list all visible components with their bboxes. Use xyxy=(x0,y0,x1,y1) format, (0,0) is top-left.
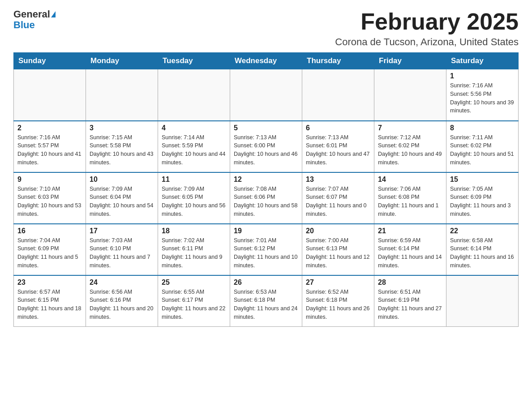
logo-general-text: General xyxy=(13,9,50,20)
day-number: 7 xyxy=(378,124,442,132)
day-info: Sunrise: 7:00 AM Sunset: 6:13 PM Dayligh… xyxy=(306,236,370,270)
day-number: 25 xyxy=(162,278,226,287)
calendar-cell: 4Sunrise: 7:14 AM Sunset: 5:59 PM Daylig… xyxy=(158,121,230,172)
day-info: Sunrise: 6:59 AM Sunset: 6:14 PM Dayligh… xyxy=(378,236,442,270)
day-number: 27 xyxy=(306,278,370,287)
day-number: 4 xyxy=(162,124,226,132)
calendar-cell: 24Sunrise: 6:56 AM Sunset: 6:16 PM Dayli… xyxy=(86,275,158,327)
calendar-cell: 13Sunrise: 7:07 AM Sunset: 6:07 PM Dayli… xyxy=(302,172,374,224)
day-info: Sunrise: 7:02 AM Sunset: 6:11 PM Dayligh… xyxy=(162,236,226,270)
calendar-cell: 23Sunrise: 6:57 AM Sunset: 6:15 PM Dayli… xyxy=(14,275,86,327)
calendar-cell xyxy=(14,69,86,121)
day-info: Sunrise: 7:13 AM Sunset: 6:00 PM Dayligh… xyxy=(234,133,298,167)
calendar-cell: 1Sunrise: 7:16 AM Sunset: 5:56 PM Daylig… xyxy=(446,69,519,121)
calendar-header-sunday: Sunday xyxy=(14,53,86,69)
calendar-week-row: 16Sunrise: 7:04 AM Sunset: 6:09 PM Dayli… xyxy=(14,224,519,275)
calendar-week-row: 2Sunrise: 7:16 AM Sunset: 5:57 PM Daylig… xyxy=(14,121,519,172)
day-info: Sunrise: 7:07 AM Sunset: 6:07 PM Dayligh… xyxy=(306,185,370,218)
day-info: Sunrise: 7:12 AM Sunset: 6:02 PM Dayligh… xyxy=(378,133,442,167)
calendar-cell: 3Sunrise: 7:15 AM Sunset: 5:58 PM Daylig… xyxy=(86,121,158,172)
page-header: General Blue February 2025 Corona de Tuc… xyxy=(13,9,519,48)
calendar-cell: 16Sunrise: 7:04 AM Sunset: 6:09 PM Dayli… xyxy=(14,224,86,275)
calendar-cell: 9Sunrise: 7:10 AM Sunset: 6:03 PM Daylig… xyxy=(14,172,86,224)
day-info: Sunrise: 7:14 AM Sunset: 5:59 PM Dayligh… xyxy=(162,133,226,167)
calendar-cell: 27Sunrise: 6:52 AM Sunset: 6:18 PM Dayli… xyxy=(302,275,374,327)
calendar-cell: 8Sunrise: 7:11 AM Sunset: 6:02 PM Daylig… xyxy=(446,121,519,172)
day-info: Sunrise: 7:09 AM Sunset: 6:05 PM Dayligh… xyxy=(162,185,226,218)
day-number: 17 xyxy=(90,227,154,235)
day-info: Sunrise: 7:15 AM Sunset: 5:58 PM Dayligh… xyxy=(90,133,154,167)
calendar-week-row: 9Sunrise: 7:10 AM Sunset: 6:03 PM Daylig… xyxy=(14,172,519,224)
day-number: 8 xyxy=(450,124,515,132)
day-info: Sunrise: 7:16 AM Sunset: 5:56 PM Dayligh… xyxy=(450,81,515,115)
calendar-table: SundayMondayTuesdayWednesdayThursdayFrid… xyxy=(13,52,519,327)
day-number: 28 xyxy=(378,278,442,287)
day-number: 26 xyxy=(234,278,298,287)
day-number: 1 xyxy=(450,72,515,80)
calendar-cell: 28Sunrise: 6:51 AM Sunset: 6:19 PM Dayli… xyxy=(374,275,446,327)
calendar-cell: 22Sunrise: 6:58 AM Sunset: 6:14 PM Dayli… xyxy=(446,224,519,275)
calendar-cell: 15Sunrise: 7:05 AM Sunset: 6:09 PM Dayli… xyxy=(446,172,519,224)
day-info: Sunrise: 7:05 AM Sunset: 6:09 PM Dayligh… xyxy=(450,185,515,218)
calendar-week-row: 23Sunrise: 6:57 AM Sunset: 6:15 PM Dayli… xyxy=(14,275,519,327)
calendar-week-row: 1Sunrise: 7:16 AM Sunset: 5:56 PM Daylig… xyxy=(14,69,519,121)
day-info: Sunrise: 7:08 AM Sunset: 6:06 PM Dayligh… xyxy=(234,185,298,218)
day-info: Sunrise: 6:51 AM Sunset: 6:19 PM Dayligh… xyxy=(378,288,442,321)
day-number: 16 xyxy=(17,227,82,235)
day-number: 15 xyxy=(450,176,515,184)
day-number: 14 xyxy=(378,176,442,184)
calendar-cell: 10Sunrise: 7:09 AM Sunset: 6:04 PM Dayli… xyxy=(86,172,158,224)
day-info: Sunrise: 7:04 AM Sunset: 6:09 PM Dayligh… xyxy=(17,236,82,270)
calendar-header-monday: Monday xyxy=(86,53,158,69)
title-section: February 2025 Corona de Tucson, Arizona,… xyxy=(335,9,519,48)
calendar-cell xyxy=(302,69,374,121)
calendar-header-thursday: Thursday xyxy=(302,53,374,69)
calendar-header-saturday: Saturday xyxy=(446,53,519,69)
day-info: Sunrise: 6:56 AM Sunset: 6:16 PM Dayligh… xyxy=(90,288,154,321)
location-text: Corona de Tucson, Arizona, United States xyxy=(335,36,519,48)
day-info: Sunrise: 6:58 AM Sunset: 6:14 PM Dayligh… xyxy=(450,236,515,270)
logo: General Blue xyxy=(13,9,56,30)
day-number: 6 xyxy=(306,124,370,132)
day-info: Sunrise: 6:52 AM Sunset: 6:18 PM Dayligh… xyxy=(306,288,370,321)
day-number: 24 xyxy=(90,278,154,287)
day-info: Sunrise: 7:16 AM Sunset: 5:57 PM Dayligh… xyxy=(17,133,82,167)
day-number: 13 xyxy=(306,176,370,184)
day-info: Sunrise: 6:55 AM Sunset: 6:17 PM Dayligh… xyxy=(162,288,226,321)
calendar-cell: 7Sunrise: 7:12 AM Sunset: 6:02 PM Daylig… xyxy=(374,121,446,172)
day-number: 10 xyxy=(90,176,154,184)
day-info: Sunrise: 6:53 AM Sunset: 6:18 PM Dayligh… xyxy=(234,288,298,321)
day-info: Sunrise: 7:03 AM Sunset: 6:10 PM Dayligh… xyxy=(90,236,154,270)
calendar-cell: 11Sunrise: 7:09 AM Sunset: 6:05 PM Dayli… xyxy=(158,172,230,224)
day-info: Sunrise: 7:10 AM Sunset: 6:03 PM Dayligh… xyxy=(17,185,82,218)
calendar-header-tuesday: Tuesday xyxy=(158,53,230,69)
logo-triangle-icon xyxy=(51,11,56,17)
calendar-cell xyxy=(86,69,158,121)
day-number: 9 xyxy=(17,176,82,184)
day-number: 11 xyxy=(162,176,226,184)
calendar-cell: 14Sunrise: 7:06 AM Sunset: 6:08 PM Dayli… xyxy=(374,172,446,224)
calendar-cell xyxy=(446,275,519,327)
day-number: 12 xyxy=(234,176,298,184)
calendar-cell xyxy=(158,69,230,121)
day-info: Sunrise: 6:57 AM Sunset: 6:15 PM Dayligh… xyxy=(17,288,82,321)
calendar-cell: 26Sunrise: 6:53 AM Sunset: 6:18 PM Dayli… xyxy=(230,275,302,327)
calendar-cell: 20Sunrise: 7:00 AM Sunset: 6:13 PM Dayli… xyxy=(302,224,374,275)
calendar-cell: 19Sunrise: 7:01 AM Sunset: 6:12 PM Dayli… xyxy=(230,224,302,275)
day-info: Sunrise: 7:09 AM Sunset: 6:04 PM Dayligh… xyxy=(90,185,154,218)
day-info: Sunrise: 7:06 AM Sunset: 6:08 PM Dayligh… xyxy=(378,185,442,218)
day-number: 2 xyxy=(17,124,82,132)
calendar-cell xyxy=(374,69,446,121)
calendar-cell: 12Sunrise: 7:08 AM Sunset: 6:06 PM Dayli… xyxy=(230,172,302,224)
calendar-cell: 25Sunrise: 6:55 AM Sunset: 6:17 PM Dayli… xyxy=(158,275,230,327)
calendar-cell: 17Sunrise: 7:03 AM Sunset: 6:10 PM Dayli… xyxy=(86,224,158,275)
calendar-cell: 2Sunrise: 7:16 AM Sunset: 5:57 PM Daylig… xyxy=(14,121,86,172)
day-number: 20 xyxy=(306,227,370,235)
calendar-header-row: SundayMondayTuesdayWednesdayThursdayFrid… xyxy=(14,53,519,69)
calendar-cell xyxy=(230,69,302,121)
calendar-header-friday: Friday xyxy=(374,53,446,69)
month-title: February 2025 xyxy=(335,9,519,34)
day-number: 3 xyxy=(90,124,154,132)
calendar-header-wednesday: Wednesday xyxy=(230,53,302,69)
day-info: Sunrise: 7:01 AM Sunset: 6:12 PM Dayligh… xyxy=(234,236,298,270)
